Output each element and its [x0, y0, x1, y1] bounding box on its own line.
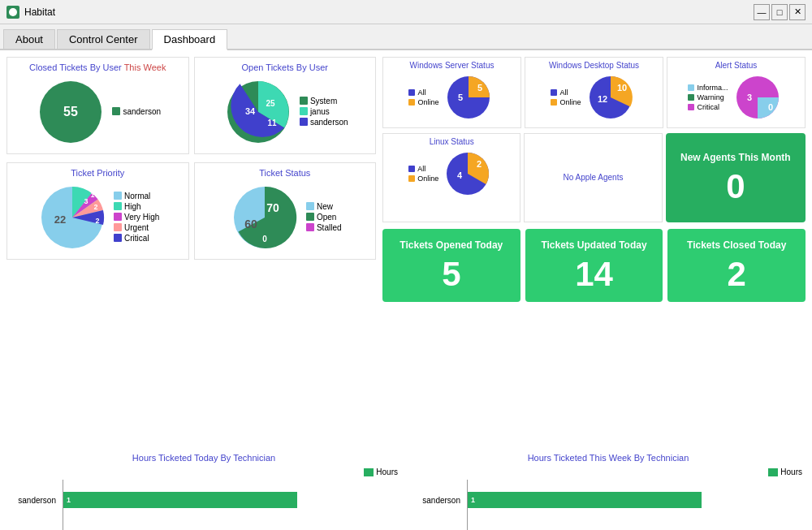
no-apple-agents-title: No Apple Agents: [564, 173, 624, 182]
tickets-opened-value: 5: [442, 257, 460, 291]
tickets-closed-box: Tickets Closed Today 2: [667, 229, 806, 302]
closed-tickets-pie: 55: [34, 75, 107, 149]
svg-text:70: 70: [266, 201, 279, 214]
svg-text:2: 2: [94, 203, 98, 211]
linux-status-pie: 4 2: [442, 148, 495, 200]
window-controls[interactable]: — □ ✕: [754, 4, 806, 20]
tab-dashboard[interactable]: Dashboard: [152, 29, 228, 50]
no-apple-agents: No Apple Agents: [524, 133, 662, 222]
svg-text:55: 55: [63, 105, 78, 118]
tab-control-center[interactable]: Control Center: [57, 29, 150, 49]
ticket-priority-legend: Normal High Very High Urgent Critical: [114, 192, 159, 244]
svg-text:0: 0: [262, 235, 267, 243]
ticket-priority-title: Ticket Priority: [12, 168, 184, 178]
windows-server-title: Windows Server Status: [387, 61, 517, 70]
ticket-status-pie: 70 60 0: [228, 181, 301, 254]
svg-text:11: 11: [267, 118, 277, 127]
closed-tickets-chart: Closed Tickets By User This Week 55 sand…: [6, 57, 189, 154]
main-content: Closed Tickets By User This Week 55 sand…: [0, 50, 812, 530]
linux-status-legend: All Online: [408, 165, 438, 184]
alert-status: Alert Status Informa... Warning Critical…: [667, 57, 806, 128]
svg-text:5: 5: [477, 83, 482, 93]
app-title: Habitat: [24, 6, 55, 18]
svg-text:3: 3: [84, 197, 89, 205]
svg-text:22: 22: [54, 213, 66, 226]
alert-status-legend: Informa... Warning Critical: [688, 84, 728, 113]
svg-text:34: 34: [245, 106, 256, 116]
open-tickets-chart: Open Tickets By User 34 25 11: [194, 57, 377, 154]
svg-text:1: 1: [91, 191, 95, 199]
hours-today-title: Hours Ticketed Today By Technician: [10, 453, 398, 463]
tickets-closed-label: Tickets Closed Today: [687, 239, 786, 252]
app-icon: [6, 6, 19, 19]
closed-tickets-legend: sanderson: [112, 107, 161, 118]
ticket-priority-chart: Ticket Priority: [6, 162, 189, 260]
windows-server-pie: 5 5: [443, 71, 495, 124]
ticket-status-title: Ticket Status: [200, 168, 371, 178]
ticket-status-chart: Ticket Status 70 60 0: [194, 162, 377, 260]
hours-week-title: Hours Ticketed This Week By Technician: [414, 453, 802, 463]
windows-desktop-legend: All Online: [551, 88, 581, 108]
svg-text:60: 60: [244, 218, 257, 231]
tickets-closed-value: 2: [728, 257, 746, 291]
svg-text:2: 2: [96, 217, 100, 225]
hours-week-chart: Hours Ticketed This Week By Technician H…: [414, 453, 802, 530]
tickets-updated-box: Tickets Updated Today 14: [525, 229, 663, 302]
linux-status-title: Linux Status: [387, 137, 516, 146]
windows-desktop-status: Windows Desktop Status All Online 12 10: [525, 57, 663, 128]
open-tickets-legend: System janus sanderson: [300, 97, 348, 128]
svg-text:0: 0: [767, 102, 772, 112]
svg-text:4: 4: [457, 170, 463, 180]
svg-text:10: 10: [616, 83, 626, 93]
tickets-updated-label: Tickets Updated Today: [541, 239, 646, 252]
svg-text:2: 2: [477, 159, 482, 169]
tickets-opened-box: Tickets Opened Today 5: [382, 229, 520, 302]
title-bar: Habitat — □ ✕: [0, 0, 812, 24]
hours-today-legend: Hours: [364, 468, 398, 476]
hours-today-chart: Hours Ticketed Today By Technician Hours…: [10, 453, 398, 530]
close-button[interactable]: ✕: [789, 4, 806, 20]
open-tickets-title: Open Tickets By User: [200, 62, 371, 72]
maximize-button[interactable]: □: [771, 4, 788, 20]
open-tickets-pie: 34 25 11: [222, 75, 295, 149]
windows-server-legend: All Online: [408, 88, 438, 108]
tickets-updated-value: 14: [575, 257, 613, 291]
svg-text:25: 25: [266, 99, 275, 108]
closed-tickets-title: Closed Tickets By User This Week: [12, 62, 184, 72]
alert-status-title: Alert Status: [671, 61, 801, 70]
windows-desktop-title: Windows Desktop Status: [529, 61, 659, 70]
tickets-opened-label: Tickets Opened Today: [400, 239, 503, 252]
windows-desktop-pie: 12 10: [585, 71, 637, 124]
hours-week-legend: Hours: [768, 468, 802, 476]
ticket-priority-pie: 22 3 1 2 2: [36, 181, 109, 254]
new-agents-value: 0: [726, 170, 745, 204]
svg-text:3: 3: [746, 93, 751, 102]
svg-point-0: [9, 8, 17, 16]
new-agents-label: New Agents This Month: [680, 152, 791, 165]
new-agents-box: New Agents This Month 0: [666, 133, 806, 222]
linux-status: Linux Status All Online 4 2: [382, 133, 520, 222]
windows-server-status: Windows Server Status All Online 5 5: [382, 57, 521, 128]
tab-about[interactable]: About: [3, 29, 55, 49]
alert-status-pie: 3 0: [732, 71, 784, 124]
tab-bar: About Control Center Dashboard: [0, 24, 812, 50]
ticket-status-legend: New Open Stalled: [306, 202, 342, 234]
svg-text:5: 5: [457, 93, 462, 102]
svg-text:12: 12: [597, 94, 607, 104]
minimize-button[interactable]: —: [754, 4, 770, 20]
